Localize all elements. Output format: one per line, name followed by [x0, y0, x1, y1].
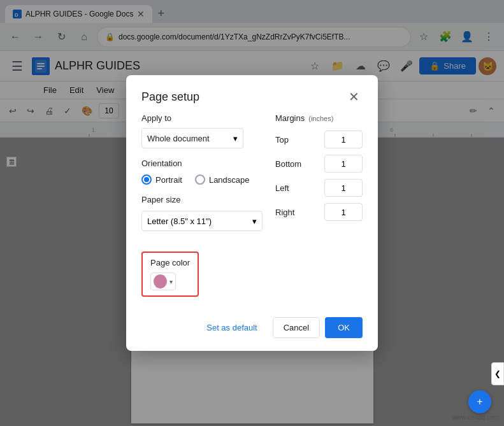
apply-to-value: Whole document — [147, 134, 210, 143]
explore-button[interactable]: + — [468, 390, 491, 413]
paper-size-label: Paper size — [141, 195, 263, 204]
dropdown-chevron-icon: ▾ — [233, 134, 238, 143]
landscape-label: Landscape — [209, 175, 250, 185]
cancel-button[interactable]: Cancel — [273, 317, 320, 338]
set-as-default-button[interactable]: Set as default — [196, 317, 268, 338]
ok-button[interactable]: OK — [325, 317, 363, 338]
bottom-margin-label: Bottom — [275, 159, 307, 169]
dialog-right-column: Margins (inches) Top Bottom Left Right — [275, 113, 363, 297]
dialog-header: Page setup ✕ — [126, 75, 378, 113]
landscape-radio[interactable]: Landscape — [195, 174, 250, 185]
portrait-label: Portrait — [155, 175, 182, 185]
page-color-label: Page color — [150, 258, 190, 267]
margins-label: Margins — [275, 113, 305, 123]
top-margin-label: Top — [275, 135, 307, 145]
page-color-section-wrapper: Page color ▾ — [141, 241, 263, 297]
landscape-radio-circle — [195, 174, 205, 185]
orientation-label: Orientation — [141, 159, 263, 168]
dialog-footer: Set as default Cancel OK — [126, 309, 378, 351]
paper-size-value: Letter (8.5" x 11") — [147, 217, 212, 226]
left-margin-row: Left — [275, 179, 363, 197]
left-margin-input[interactable] — [324, 179, 363, 197]
dialog-left-column: Apply to Whole document ▾ Orientation Po… — [141, 113, 275, 297]
sidebar-toggle-button[interactable]: ❮ — [491, 362, 504, 385]
margins-unit: (inches) — [308, 115, 333, 122]
top-margin-input[interactable] — [324, 131, 363, 148]
margins-section: Margins (inches) — [275, 113, 363, 123]
paper-size-section: Paper size Letter (8.5" x 11") ▾ — [141, 195, 263, 231]
dialog-body: Apply to Whole document ▾ Orientation Po… — [126, 113, 378, 309]
portrait-radio-circle — [141, 174, 152, 185]
right-margin-row: Right — [275, 203, 363, 221]
apply-to-dropdown[interactable]: Whole document ▾ — [141, 128, 243, 148]
color-circle — [154, 274, 167, 288]
page-color-button[interactable]: ▾ — [150, 273, 176, 290]
top-margin-row: Top — [275, 131, 363, 148]
page-color-section: Page color ▾ — [141, 252, 199, 297]
right-margin-label: Right — [275, 208, 307, 217]
paper-size-dropdown[interactable]: Letter (8.5" x 11") ▾ — [141, 211, 263, 231]
dialog-title: Page setup — [141, 90, 199, 104]
right-margin-input[interactable] — [324, 203, 363, 221]
apply-to-label: Apply to — [141, 113, 263, 123]
bottom-margin-input[interactable] — [324, 155, 363, 173]
paper-size-chevron-icon: ▾ — [252, 217, 257, 226]
orientation-radio-group: Portrait Landscape — [141, 174, 263, 185]
dialog-close-button[interactable]: ✕ — [345, 88, 363, 106]
page-setup-dialog: Page setup ✕ Apply to Whole document ▾ O… — [126, 75, 378, 351]
color-dropdown-icon: ▾ — [169, 278, 173, 285]
portrait-radio[interactable]: Portrait — [141, 174, 182, 185]
modal-overlay: Page setup ✕ Apply to Whole document ▾ O… — [0, 0, 504, 426]
bottom-margin-row: Bottom — [275, 155, 363, 173]
left-margin-label: Left — [275, 183, 307, 193]
